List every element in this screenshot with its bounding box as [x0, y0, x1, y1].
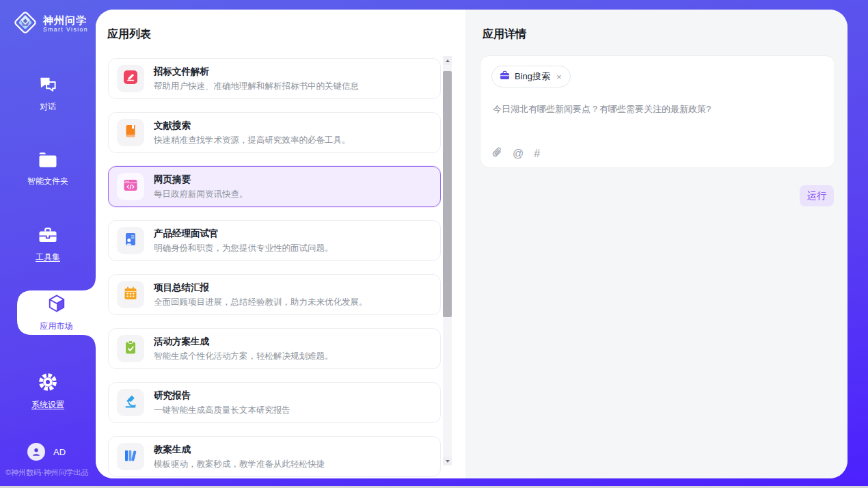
app-icon-badge	[117, 281, 144, 308]
tool-tag-label: Bing搜索	[515, 70, 550, 83]
brand-logo: 神州问学 Smart Vision	[12, 10, 88, 38]
sidebar-item-chat[interactable]: 对话	[0, 74, 96, 113]
scroll-down-button[interactable]	[443, 457, 452, 465]
brand-name: 神州问学	[43, 15, 88, 26]
app-title: 教案生成	[154, 444, 325, 456]
scrollbar-thumb[interactable]	[443, 71, 452, 317]
app-icon-badge	[117, 119, 144, 146]
app-detail-title: 应用详情	[483, 27, 526, 42]
app-title: 研究报告	[154, 390, 290, 402]
books-icon	[123, 448, 138, 465]
sidebar-item-toolset[interactable]: 工具集	[0, 226, 96, 263]
app-list-item[interactable]: 招标文件解析 帮助用户快速、准确地理解和解析招标书中的关键信息	[108, 58, 441, 99]
app-description: 一键智能生成高质量长文本研究报告	[154, 405, 290, 416]
hash-icon[interactable]: #	[534, 148, 540, 159]
gear-icon	[38, 372, 58, 395]
sidebar: 神州问学 Smart Vision 对话 智能文件夹	[0, 0, 96, 488]
user-initials: AD	[53, 447, 66, 457]
app-list-item[interactable]: 产品经理面试官 明确身份和职责，为您提供专业性的面试问题。	[108, 220, 441, 261]
app-list-title: 应用列表	[107, 27, 151, 42]
app-title: 产品经理面试官	[154, 228, 334, 240]
app-title: 招标文件解析	[154, 66, 359, 78]
toolbox-icon	[38, 226, 58, 247]
triangle-down-icon	[446, 460, 450, 463]
app-list-item[interactable]: 研究报告 一键智能生成高质量长文本研究报告	[108, 382, 441, 423]
app-title: 项目总结汇报	[154, 282, 368, 294]
prompt-card: Bing搜索 × 今日湖北有哪些新闻要点？有哪些需要关注的最新政策? @ #	[480, 55, 835, 168]
app-description: 智能生成个性化活动方案，轻松解决规划难题。	[154, 351, 334, 362]
app-detail-panel: 应用详情 Bing搜索 × 今日湖北有哪些新闻要点？有哪些需要关注的最新政策?	[465, 10, 847, 478]
app-title: 文献搜索	[154, 120, 351, 132]
app-icon-badge	[117, 389, 144, 416]
chat-icon	[38, 74, 58, 97]
app-icon-badge	[117, 335, 144, 362]
browser-code-icon	[123, 178, 138, 195]
app-list-item[interactable]: 网页摘要 每日政府新闻资讯快查。	[108, 166, 441, 207]
at-mention-icon[interactable]: @	[513, 148, 524, 159]
app-list-item[interactable]: 活动方案生成 智能生成个性化活动方案，轻松解决规划难题。	[108, 328, 441, 369]
person-icon	[31, 446, 42, 457]
app-icon-badge	[117, 173, 144, 200]
book-icon	[123, 124, 138, 141]
microscope-icon	[123, 394, 138, 411]
list-scrollbar[interactable]	[443, 56, 452, 465]
tool-tag-bing-search[interactable]: Bing搜索 ×	[491, 66, 571, 87]
diamond-logo-icon	[12, 10, 38, 38]
briefcase-icon	[500, 70, 510, 83]
app-list-item[interactable]: 文献搜索 快速精准查找学术资源，提高研究效率的必备工具。	[108, 112, 441, 153]
sidebar-item-app-market[interactable]: 应用市场	[17, 277, 96, 349]
main-content: 应用列表 招标文件解析 帮助用户快速、准确地理解和解析招标书中的关键信息	[96, 10, 847, 478]
paperclip-icon[interactable]	[492, 146, 502, 161]
sidebar-item-label: 工具集	[0, 252, 96, 263]
folder-icon	[38, 151, 58, 172]
user-account[interactable]: AD	[27, 443, 66, 461]
query-input[interactable]: 今日湖北有哪些新闻要点？有哪些需要关注的最新政策?	[493, 103, 821, 116]
avatar	[27, 443, 45, 461]
copyright-footer: ©神州数码·神州问学出品	[5, 467, 89, 478]
sidebar-item-smart-folder[interactable]: 智能文件夹	[0, 151, 96, 187]
pen-square-icon	[123, 70, 138, 87]
sidebar-item-label: 系统设置	[0, 399, 96, 411]
brand-tagline: Smart Vision	[43, 27, 88, 33]
app-description: 每日政府新闻资讯快查。	[154, 189, 248, 200]
composer-toolbar: @ #	[492, 146, 540, 161]
app-title: 网页摘要	[154, 174, 248, 186]
scroll-up-button[interactable]	[443, 56, 452, 65]
app-description: 帮助用户快速、准确地理解和解析招标书中的关键信息	[154, 81, 359, 92]
clipboard-check-icon	[123, 340, 138, 357]
cube-icon	[46, 304, 67, 316]
app-description: 全面回顾项目进展，总结经验教训，助力未来优化发展。	[154, 297, 368, 308]
app-description: 模板驱动，教案秒成，教学准备从此轻松快捷	[154, 459, 325, 470]
app-description: 快速精准查找学术资源，提高研究效率的必备工具。	[154, 135, 351, 146]
sidebar-item-label: 应用市场	[17, 321, 96, 332]
triangle-up-icon	[446, 59, 450, 62]
interviewer-doc-icon	[123, 232, 138, 249]
calendar-icon	[123, 286, 138, 303]
app-icon-badge	[117, 65, 144, 92]
app-list-item[interactable]: 项目总结汇报 全面回顾项目进展，总结经验教训，助力未来优化发展。	[108, 274, 441, 315]
app-description: 明确身份和职责，为您提供专业性的面试问题。	[154, 243, 334, 254]
run-button[interactable]: 运行	[800, 185, 834, 206]
app-list-item[interactable]: 教案生成 模板驱动，教案秒成，教学准备从此轻松快捷	[108, 436, 441, 477]
close-icon[interactable]: ×	[555, 72, 563, 82]
app-title: 活动方案生成	[154, 336, 334, 348]
sidebar-item-settings[interactable]: 系统设置	[0, 372, 96, 411]
app-icon-badge	[117, 443, 144, 470]
app-icon-badge	[117, 227, 144, 254]
app-list-panel: 应用列表 招标文件解析 帮助用户快速、准确地理解和解析招标书中的关键信息	[96, 10, 465, 478]
sidebar-item-label: 对话	[0, 101, 96, 113]
app-list: 招标文件解析 帮助用户快速、准确地理解和解析招标书中的关键信息 文献搜索 快速精…	[108, 58, 441, 478]
sidebar-item-label: 智能文件夹	[0, 176, 96, 187]
